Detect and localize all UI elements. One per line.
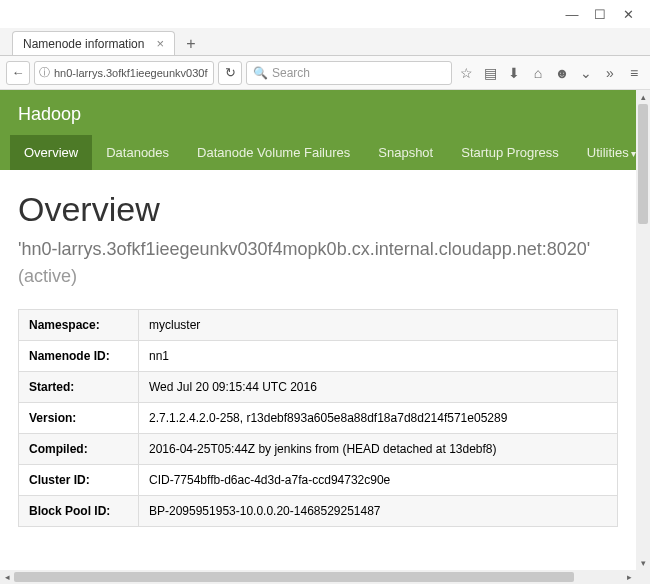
- nav-overview[interactable]: Overview: [10, 135, 92, 170]
- nav-volume-failures[interactable]: Datanode Volume Failures: [183, 135, 364, 170]
- info-table: Namespace:mycluster Namenode ID:nn1 Star…: [18, 309, 618, 527]
- search-placeholder: Search: [272, 66, 310, 80]
- brand-label: Hadoop: [0, 104, 636, 135]
- row-label: Namenode ID:: [19, 341, 139, 372]
- app-header: Hadoop Overview Datanodes Datanode Volum…: [0, 90, 636, 170]
- hscroll-thumb[interactable]: [14, 572, 574, 582]
- tab-title: Namenode information: [23, 37, 144, 51]
- row-value: mycluster: [139, 310, 618, 341]
- info-icon: ⓘ: [39, 65, 50, 80]
- table-row: Block Pool ID:BP-2095951953-10.0.0.20-14…: [19, 496, 618, 527]
- row-value: nn1: [139, 341, 618, 372]
- search-icon: 🔍: [253, 66, 268, 80]
- nav-datanodes[interactable]: Datanodes: [92, 135, 183, 170]
- vscroll-thumb[interactable]: [638, 104, 648, 224]
- scroll-left-icon[interactable]: ◂: [0, 570, 14, 584]
- overflow-icon[interactable]: »: [600, 61, 620, 85]
- scroll-up-icon[interactable]: ▴: [636, 90, 650, 104]
- row-value: CID-7754bffb-d6ac-4d3d-a7fa-ccd94732c90e: [139, 465, 618, 496]
- window-titlebar: — ☐ ✕: [0, 0, 650, 28]
- sidebar-icon[interactable]: ▤: [480, 61, 500, 85]
- new-tab-button[interactable]: +: [179, 33, 203, 55]
- menu-icon[interactable]: ≡: [624, 61, 644, 85]
- row-value: Wed Jul 20 09:15:44 UTC 2016: [139, 372, 618, 403]
- row-label: Started:: [19, 372, 139, 403]
- host-line: 'hn0-larrys.3ofkf1ieegeunkv030f4mopk0b.c…: [18, 239, 618, 260]
- reload-button[interactable]: ↻: [218, 61, 242, 85]
- table-row: Version:2.7.1.2.4.2.0-258, r13debf893a60…: [19, 403, 618, 434]
- horizontal-scrollbar[interactable]: ◂ ▸: [0, 570, 636, 584]
- row-label: Namespace:: [19, 310, 139, 341]
- close-tab-icon[interactable]: ×: [156, 36, 164, 51]
- row-label: Cluster ID:: [19, 465, 139, 496]
- row-value: 2.7.1.2.4.2.0-258, r13debf893a605e8a88df…: [139, 403, 618, 434]
- vertical-scrollbar[interactable]: ▴ ▾: [636, 90, 650, 570]
- nav-snapshot[interactable]: Snapshot: [364, 135, 447, 170]
- close-window-button[interactable]: ✕: [614, 4, 642, 24]
- table-row: Namespace:mycluster: [19, 310, 618, 341]
- nav-utilities[interactable]: Utilities: [573, 135, 636, 170]
- download-icon[interactable]: ⬇: [504, 61, 524, 85]
- row-value: 2016-04-25T05:44Z by jenkins from (HEAD …: [139, 434, 618, 465]
- scroll-right-icon[interactable]: ▸: [622, 570, 636, 584]
- nav-startup-progress[interactable]: Startup Progress: [447, 135, 573, 170]
- browser-toolbar: ← ⓘ hn0-larrys.3ofkf1ieegeunkv030f ↻ 🔍 S…: [0, 56, 650, 90]
- scroll-corner: [636, 570, 650, 584]
- table-row: Started:Wed Jul 20 09:15:44 UTC 2016: [19, 372, 618, 403]
- browser-tab[interactable]: Namenode information ×: [12, 31, 175, 55]
- status-line: (active): [18, 266, 618, 287]
- home-icon[interactable]: ⌂: [528, 61, 548, 85]
- main-content: Overview 'hn0-larrys.3ofkf1ieegeunkv030f…: [0, 170, 636, 547]
- nav-menu: Overview Datanodes Datanode Volume Failu…: [0, 135, 636, 170]
- table-row: Cluster ID:CID-7754bffb-d6ac-4d3d-a7fa-c…: [19, 465, 618, 496]
- url-bar[interactable]: ⓘ hn0-larrys.3ofkf1ieegeunkv030f: [34, 61, 214, 85]
- search-box[interactable]: 🔍 Search: [246, 61, 452, 85]
- url-text: hn0-larrys.3ofkf1ieegeunkv030f: [54, 67, 207, 79]
- scroll-down-icon[interactable]: ▾: [636, 556, 650, 570]
- table-row: Compiled:2016-04-25T05:44Z by jenkins fr…: [19, 434, 618, 465]
- page-title: Overview: [18, 190, 618, 229]
- page-viewport: Hadoop Overview Datanodes Datanode Volum…: [0, 90, 636, 570]
- row-label: Block Pool ID:: [19, 496, 139, 527]
- bookmark-icon[interactable]: ☆: [456, 61, 476, 85]
- maximize-button[interactable]: ☐: [586, 4, 614, 24]
- minimize-button[interactable]: —: [558, 4, 586, 24]
- row-label: Version:: [19, 403, 139, 434]
- row-label: Compiled:: [19, 434, 139, 465]
- back-button[interactable]: ←: [6, 61, 30, 85]
- browser-tabbar: Namenode information × +: [0, 28, 650, 56]
- smiley-icon[interactable]: ☻: [552, 61, 572, 85]
- row-value: BP-2095951953-10.0.0.20-1468529251487: [139, 496, 618, 527]
- pocket-icon[interactable]: ⌄: [576, 61, 596, 85]
- table-row: Namenode ID:nn1: [19, 341, 618, 372]
